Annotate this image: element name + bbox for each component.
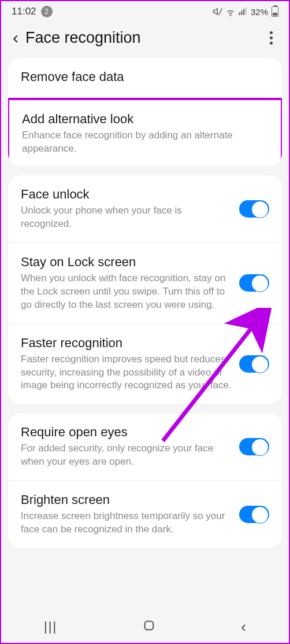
brighten-title: Brighten screen bbox=[21, 492, 233, 507]
brighten-desc: Increase screen brightness temporarily s… bbox=[21, 510, 233, 536]
status-icons: 32% bbox=[213, 6, 278, 17]
page-title: Face recognition bbox=[25, 29, 266, 47]
home-button[interactable] bbox=[143, 619, 155, 634]
status-time: 11:02 bbox=[12, 6, 36, 17]
faster-desc: Faster recognition improves speed but re… bbox=[21, 353, 233, 393]
face-unlock-desc: Unlock your phone when your face is reco… bbox=[21, 204, 233, 231]
nav-back-button[interactable]: ‹ bbox=[241, 618, 246, 636]
svg-rect-7 bbox=[145, 621, 154, 630]
recents-button[interactable]: ||| bbox=[44, 619, 57, 634]
face-unlock-title: Face unlock bbox=[21, 187, 233, 202]
card-unlock-options: Face unlock Unlock your phone when your … bbox=[8, 175, 282, 404]
wifi-icon bbox=[225, 6, 236, 17]
brighten-row[interactable]: Brighten screen Increase screen brightne… bbox=[8, 481, 282, 548]
add-alternative-look-row[interactable]: Add alternative look Enhance face recogn… bbox=[8, 98, 282, 166]
svg-line-0 bbox=[218, 8, 222, 15]
svg-rect-4 bbox=[243, 9, 244, 16]
signal-icon bbox=[238, 6, 248, 17]
faster-title: Faster recognition bbox=[21, 336, 233, 351]
navigation-bar: ||| ‹ bbox=[1, 610, 289, 643]
app-header: ‹ Face recognition bbox=[1, 20, 289, 58]
open-eyes-row[interactable]: Require open eyes For added security, on… bbox=[8, 413, 282, 481]
face-unlock-toggle[interactable] bbox=[239, 200, 269, 218]
faster-recognition-row[interactable]: Faster recognition Faster recognition im… bbox=[8, 324, 282, 404]
stay-lock-title: Stay on Lock screen bbox=[21, 255, 233, 270]
more-options-button[interactable] bbox=[266, 31, 280, 45]
stay-lock-desc: When you unlock with face recognition, s… bbox=[21, 272, 233, 312]
back-button[interactable]: ‹ bbox=[10, 28, 25, 47]
remove-face-title: Remove face data bbox=[21, 69, 263, 84]
card-security-options: Require open eyes For added security, on… bbox=[8, 413, 282, 548]
battery-percent: 32% bbox=[251, 7, 268, 17]
open-eyes-title: Require open eyes bbox=[21, 425, 233, 440]
card-face-data: Remove face data Add alternative look En… bbox=[8, 58, 282, 166]
stay-lock-toggle[interactable] bbox=[239, 274, 269, 292]
open-eyes-toggle[interactable] bbox=[239, 438, 269, 455]
battery-icon bbox=[272, 6, 278, 17]
remove-face-data-row[interactable]: Remove face data bbox=[8, 58, 282, 99]
alt-look-title: Add alternative look bbox=[22, 112, 262, 127]
face-unlock-row[interactable]: Face unlock Unlock your phone when your … bbox=[8, 175, 282, 243]
svg-point-1 bbox=[230, 14, 231, 16]
mute-icon bbox=[213, 6, 223, 17]
status-bar: 11:02 2 32% bbox=[1, 1, 289, 20]
brighten-toggle[interactable] bbox=[239, 506, 269, 523]
svg-rect-3 bbox=[241, 11, 242, 16]
stay-lock-row[interactable]: Stay on Lock screen When you unlock with… bbox=[8, 243, 282, 324]
notification-count-badge: 2 bbox=[41, 6, 53, 17]
open-eyes-desc: For added security, only recognize your … bbox=[21, 442, 233, 469]
svg-rect-2 bbox=[239, 13, 240, 16]
faster-toggle[interactable] bbox=[239, 355, 269, 373]
alt-look-desc: Enhance face recognition by adding an al… bbox=[22, 129, 262, 156]
svg-rect-5 bbox=[246, 8, 247, 16]
